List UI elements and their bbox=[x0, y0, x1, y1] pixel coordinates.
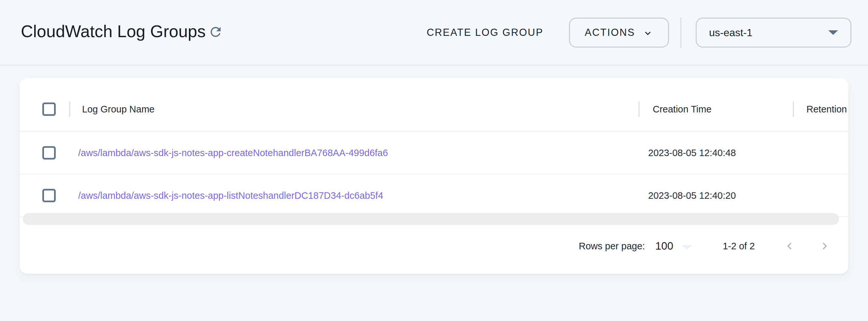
creation-time-cell: 2023-08-05 12:40:20 bbox=[648, 190, 736, 201]
next-page-button[interactable] bbox=[813, 234, 836, 258]
row-checkbox[interactable] bbox=[42, 146, 56, 159]
column-separator bbox=[793, 101, 794, 117]
previous-page-button[interactable] bbox=[778, 234, 801, 258]
page-title: CloudWatch Log Groups bbox=[21, 22, 206, 41]
chevron-down-icon bbox=[642, 28, 653, 39]
column-separator bbox=[639, 101, 640, 117]
table-row: /aws/lambda/aws-sdk-js-notes-app-createN… bbox=[20, 132, 848, 174]
horizontal-scrollbar-thumb[interactable] bbox=[23, 213, 839, 225]
chevron-left-icon bbox=[783, 239, 796, 253]
log-group-link[interactable]: /aws/lambda/aws-sdk-js-notes-app-createN… bbox=[78, 147, 388, 158]
column-separator bbox=[69, 101, 70, 117]
create-log-group-button[interactable]: CREATE LOG GROUP bbox=[420, 20, 550, 45]
chevron-right-icon bbox=[818, 239, 832, 253]
pagination-range: 1-2 of 2 bbox=[723, 241, 755, 252]
creation-time-cell: 2023-08-05 12:40:48 bbox=[648, 147, 736, 158]
rows-per-page-value: 100 bbox=[655, 240, 673, 252]
actions-button[interactable]: ACTIONS bbox=[569, 18, 669, 48]
column-header-creation-time[interactable]: Creation Time bbox=[653, 104, 712, 115]
header-divider bbox=[680, 17, 681, 48]
column-header-retention[interactable]: Retention bbox=[806, 104, 847, 115]
rows-per-page-label: Rows per page: bbox=[579, 241, 645, 252]
select-all-checkbox[interactable] bbox=[42, 103, 56, 116]
rows-per-page-select[interactable]: 100 bbox=[655, 240, 692, 252]
actions-button-label: ACTIONS bbox=[585, 27, 635, 38]
table-header-row: Log Group Name Creation Time Retention bbox=[20, 78, 848, 132]
refresh-button[interactable] bbox=[207, 23, 225, 41]
table-row: /aws/lambda/aws-sdk-js-notes-app-listNot… bbox=[20, 174, 848, 217]
refresh-icon bbox=[208, 24, 223, 39]
log-groups-card: Log Group Name Creation Time Retention /… bbox=[20, 78, 848, 274]
log-group-link[interactable]: /aws/lambda/aws-sdk-js-notes-app-listNot… bbox=[78, 190, 383, 201]
column-header-log-group-name[interactable]: Log Group Name bbox=[82, 104, 154, 115]
row-checkbox[interactable] bbox=[42, 189, 56, 202]
rows-per-page-dropdown-icon bbox=[682, 245, 692, 250]
region-select-value: us-east-1 bbox=[709, 27, 752, 39]
region-select[interactable]: us-east-1 bbox=[696, 18, 851, 48]
dropdown-arrow-icon bbox=[828, 30, 838, 35]
page-header: CloudWatch Log Groups CREATE LOG GROUP A… bbox=[0, 0, 868, 65]
